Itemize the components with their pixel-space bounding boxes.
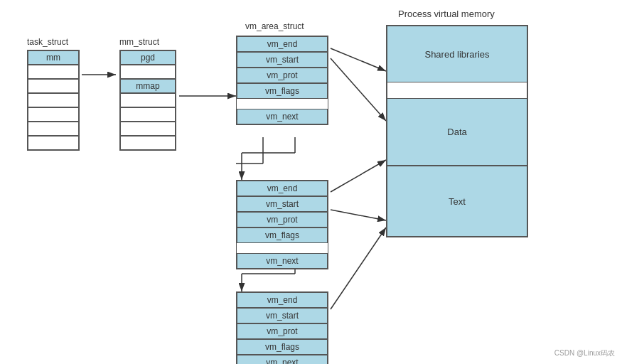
svg-line-5 [331,48,386,71]
pvm-data: Data [387,98,527,166]
vm3-prot: vm_prot [237,323,328,339]
pvm-gap-1 [387,82,527,98]
vm2-next: vm_next [237,253,328,269]
vm1-end: vm_end [237,36,328,52]
vm1-start: vm_start [237,52,328,68]
vm2-end: vm_end [237,181,328,196]
vm-struct-1: vm_end vm_start vm_prot vm_flags vm_next [236,36,328,125]
vm2-prot: vm_prot [237,212,328,228]
vm1-next: vm_next [237,109,328,124]
mm-struct-pgd-cell: pgd [120,50,176,65]
vm2-flags: vm_flags [237,228,328,243]
vm-area-struct-label: vm_area_struct [245,21,304,31]
svg-line-15 [331,228,386,309]
diagram-container: task_struct mm mm_struct pgd mmap vm_are… [0,0,622,364]
vm-struct-2: vm_end vm_start vm_prot vm_flags vm_next [236,180,328,269]
task-struct-mm-cell: mm [28,50,79,65]
svg-line-11 [331,210,386,220]
vm3-next: vm_next [237,355,328,364]
pvm-label: Process virtual memory [398,9,495,19]
vm3-end: vm_end [237,292,328,308]
vm3-start: vm_start [237,308,328,323]
vm2-start: vm_start [237,196,328,212]
mm-struct-box: pgd mmap [119,50,176,151]
vm3-flags: vm_flags [237,339,328,355]
mm-struct-label: mm_struct [119,37,159,47]
pvm-container: Shared libraries Data Text [386,25,528,237]
mm-struct-mmap-cell: mmap [120,79,176,93]
pvm-text: Text [387,166,527,237]
svg-line-6 [331,58,386,121]
svg-line-10 [331,160,386,192]
watermark: CSDN @Linux码农 [554,348,615,358]
vm1-flags: vm_flags [237,83,328,99]
vm-struct-3: vm_end vm_start vm_prot vm_flags vm_next [236,291,328,364]
task-struct-box: mm [27,50,80,151]
pvm-shared-libraries: Shared libraries [387,26,527,82]
vm1-prot: vm_prot [237,68,328,83]
task-struct-label: task_struct [27,37,68,47]
